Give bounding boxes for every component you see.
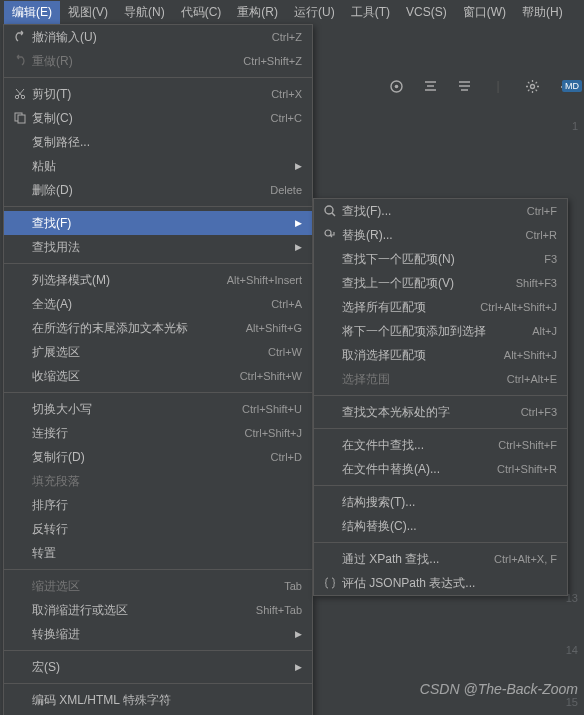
separator: [4, 683, 312, 684]
sub-xpath-item[interactable]: 通过 XPath 查找...Ctrl+Alt+X, F: [314, 547, 567, 571]
search-icon: [320, 204, 340, 218]
sub-struct-replace-item[interactable]: 结构替换(C)...: [314, 514, 567, 538]
redo-icon: [10, 54, 30, 68]
sub-sel-range-item: 选择范围Ctrl+Alt+E: [314, 367, 567, 391]
undo-icon: [10, 30, 30, 44]
menu-run[interactable]: 运行(U): [286, 1, 343, 24]
separator: [4, 77, 312, 78]
menu-vcs[interactable]: VCS(S): [398, 2, 455, 22]
sub-word-caret-item[interactable]: 查找文本光标处的字Ctrl+F3: [314, 400, 567, 424]
extend-sel-item[interactable]: 扩展选区Ctrl+W: [4, 340, 312, 364]
chevron-right-icon: ▶: [295, 218, 302, 228]
encode-xml-item[interactable]: 编码 XML/HTML 特殊字符: [4, 688, 312, 712]
sub-find-item[interactable]: 查找(F)...Ctrl+F: [314, 199, 567, 223]
add-caret-item[interactable]: 在所选行的末尾添加文本光标Alt+Shift+G: [4, 316, 312, 340]
chevron-right-icon: ▶: [295, 242, 302, 252]
sub-struct-search-item[interactable]: 结构搜索(T)...: [314, 490, 567, 514]
sort-lines-item[interactable]: 排序行: [4, 493, 312, 517]
svg-point-2: [530, 84, 534, 88]
delete-item[interactable]: 删除(D)Delete: [4, 178, 312, 202]
sub-find-next-item[interactable]: 查找下一个匹配项(N)F3: [314, 247, 567, 271]
find-submenu: 查找(F)...Ctrl+F 替换(R)...Ctrl+R 查找下一个匹配项(N…: [313, 198, 568, 596]
select-all-item[interactable]: 全选(A)Ctrl+A: [4, 292, 312, 316]
align-split-icon[interactable]: [456, 78, 472, 94]
macros-item[interactable]: 宏(S)▶: [4, 655, 312, 679]
find-item[interactable]: 查找(F)▶: [4, 211, 312, 235]
menu-refactor[interactable]: 重构(R): [229, 1, 286, 24]
json-icon: [320, 576, 340, 590]
sub-replace-item[interactable]: 替换(R)...Ctrl+R: [314, 223, 567, 247]
menu-tools[interactable]: 工具(T): [343, 1, 398, 24]
fill-para-item: 填充段落: [4, 469, 312, 493]
reverse-item[interactable]: 反转行: [4, 517, 312, 541]
svg-point-1: [394, 84, 398, 88]
gear-icon[interactable]: [524, 78, 540, 94]
copy-item[interactable]: 复制(C) Ctrl+C: [4, 106, 312, 130]
menu-help[interactable]: 帮助(H): [514, 1, 571, 24]
chevron-right-icon: ▶: [295, 629, 302, 639]
unindent-item[interactable]: 取消缩进行或选区Shift+Tab: [4, 598, 312, 622]
convert-indent-item[interactable]: 转换缩进▶: [4, 622, 312, 646]
menu-navigate[interactable]: 导航(N): [116, 1, 173, 24]
line-number: 15: [558, 696, 580, 715]
copy-icon: [10, 111, 30, 125]
replace-icon: [320, 228, 340, 242]
separator: [4, 569, 312, 570]
menu-edit[interactable]: 编辑(E): [4, 1, 60, 24]
sub-add-next-item[interactable]: 将下一个匹配项添加到选择Alt+J: [314, 319, 567, 343]
menu-code[interactable]: 代码(C): [173, 1, 230, 24]
sub-sel-all-item[interactable]: 选择所有匹配项Ctrl+Alt+Shift+J: [314, 295, 567, 319]
redo-item: 重做(R) Ctrl+Shift+Z: [4, 49, 312, 73]
sub-unselect-item[interactable]: 取消选择匹配项Alt+Shift+J: [314, 343, 567, 367]
copy-path-item[interactable]: 复制路径...: [4, 130, 312, 154]
sub-find-files-item[interactable]: 在文件中查找...Ctrl+Shift+F: [314, 433, 567, 457]
join-lines-item[interactable]: 连接行Ctrl+Shift+J: [4, 421, 312, 445]
line-number: 13: [558, 592, 580, 644]
svg-rect-6: [18, 115, 25, 123]
divider: |: [490, 78, 506, 94]
sub-jsonpath-item[interactable]: 评估 JSONPath 表达式...: [314, 571, 567, 595]
target-icon[interactable]: [388, 78, 404, 94]
separator: [4, 206, 312, 207]
undo-item[interactable]: 撤消输入(U) Ctrl+Z: [4, 25, 312, 49]
sub-find-prev-item[interactable]: 查找上一个匹配项(V)Shift+F3: [314, 271, 567, 295]
cut-item[interactable]: 剪切(T) Ctrl+X: [4, 82, 312, 106]
chevron-right-icon: ▶: [295, 161, 302, 171]
svg-point-8: [325, 206, 333, 214]
paste-item[interactable]: 粘贴▶: [4, 154, 312, 178]
separator: [4, 650, 312, 651]
shrink-sel-item[interactable]: 收缩选区Ctrl+Shift+W: [4, 364, 312, 388]
separator: [314, 428, 567, 429]
column-select-item[interactable]: 列选择模式(M)Alt+Shift+Insert: [4, 268, 312, 292]
md-badge: MD: [562, 80, 582, 92]
separator: [4, 263, 312, 264]
menu-view[interactable]: 视图(V): [60, 1, 116, 24]
edit-dropdown: 撤消输入(U) Ctrl+Z 重做(R) Ctrl+Shift+Z 剪切(T) …: [3, 24, 313, 715]
sub-replace-files-item[interactable]: 在文件中替换(A)...Ctrl+Shift+R: [314, 457, 567, 481]
toggle-case-item[interactable]: 切换大小写Ctrl+Shift+U: [4, 397, 312, 421]
line-number: 1: [558, 120, 580, 172]
menu-window[interactable]: 窗口(W): [455, 1, 514, 24]
separator: [314, 485, 567, 486]
separator: [314, 395, 567, 396]
indent-sel-item: 缩进选区Tab: [4, 574, 312, 598]
toolbar: |: [388, 78, 574, 94]
transpose-item[interactable]: 转置: [4, 541, 312, 565]
find-usages-item[interactable]: 查找用法▶: [4, 235, 312, 259]
chevron-right-icon: ▶: [295, 662, 302, 672]
align-center-icon[interactable]: [422, 78, 438, 94]
undo-sc: Ctrl+Z: [272, 31, 302, 43]
separator: [314, 542, 567, 543]
main-menubar: 编辑(E) 视图(V) 导航(N) 代码(C) 重构(R) 运行(U) 工具(T…: [0, 0, 584, 24]
undo-label: 撤消输入(U): [30, 29, 272, 46]
separator: [4, 392, 312, 393]
scissors-icon: [10, 87, 30, 101]
watermark-text: CSDN @The-Back-Zoom: [420, 681, 578, 697]
dup-line-item[interactable]: 复制行(D)Ctrl+D: [4, 445, 312, 469]
